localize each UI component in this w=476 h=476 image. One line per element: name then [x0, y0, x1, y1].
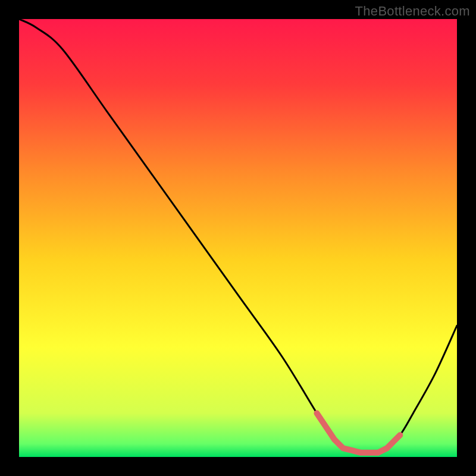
chart-background [19, 19, 457, 457]
watermark-text: TheBottleneck.com [355, 4, 470, 19]
bottleneck-chart [19, 19, 457, 457]
